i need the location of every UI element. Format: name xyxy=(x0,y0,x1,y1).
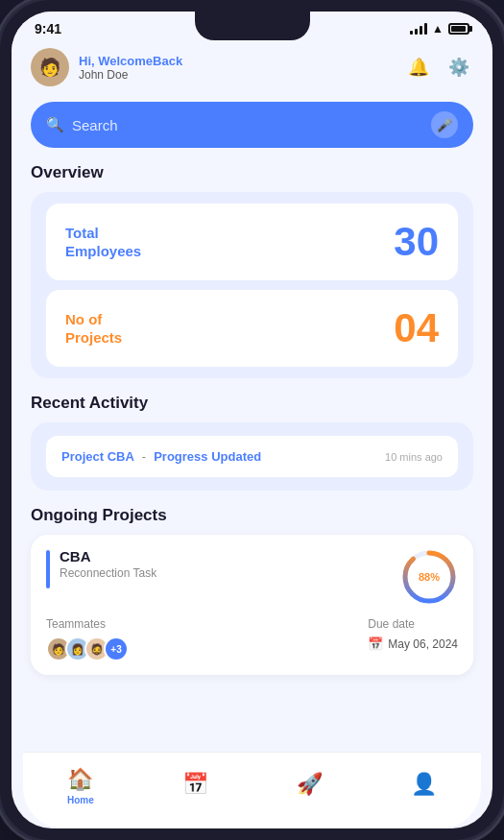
rocket-icon: 🚀 xyxy=(297,772,323,797)
mic-icon[interactable]: 🎤 xyxy=(431,111,458,138)
bottom-nav: 🏠 Home 📅 🚀 👤 xyxy=(23,752,481,828)
header-left: 🧑 Hi, WelcomeBack John Doe xyxy=(31,48,182,86)
nav-home-label: Home xyxy=(67,795,94,805)
status-time: 9:41 xyxy=(35,21,61,36)
activity-time: 10 mins ago xyxy=(385,451,443,463)
project-bar xyxy=(46,550,50,588)
project-name: CBA xyxy=(60,548,156,564)
total-projects-row: No ofProjects 04 xyxy=(46,290,458,367)
phone-screen: 9:41 ▲ 🧑 Hi, Welco xyxy=(12,12,492,828)
status-bar: 9:41 ▲ xyxy=(12,12,492,40)
header: 🧑 Hi, WelcomeBack John Doe 🔔 ⚙️ xyxy=(12,40,492,98)
header-right: 🔔 ⚙️ xyxy=(404,53,473,82)
total-employees-value: 30 xyxy=(394,219,439,265)
overview-card: TotalEmployees 30 No ofProjects 04 xyxy=(31,192,473,378)
teammates-label: Teammates xyxy=(46,617,129,631)
due-date-section: Due date 📅 May 06, 2024 xyxy=(368,617,458,651)
search-icon: 🔍 xyxy=(46,116,64,133)
notification-icon[interactable]: 🔔 xyxy=(404,53,433,82)
wifi-icon: ▲ xyxy=(432,22,444,36)
total-projects-value: 04 xyxy=(394,305,439,351)
activity-action: Progress Updated xyxy=(154,449,261,464)
battery-icon xyxy=(448,23,469,35)
search-bar[interactable]: 🔍 🎤 xyxy=(31,102,473,148)
activity-item: Project CBA - Progress Updated 10 mins a… xyxy=(46,436,458,477)
project-task: Reconnection Task xyxy=(60,566,156,580)
ongoing-projects-title: Ongoing Projects xyxy=(12,506,492,535)
total-employees-label: TotalEmployees xyxy=(65,224,141,261)
due-date-value: May 06, 2024 xyxy=(388,637,458,651)
nav-rocket[interactable]: 🚀 xyxy=(285,766,334,805)
profile-icon: 👤 xyxy=(411,772,437,797)
search-input[interactable] xyxy=(72,117,423,133)
recent-activity-card: Project CBA - Progress Updated 10 mins a… xyxy=(31,422,473,491)
overview-title: Overview xyxy=(12,163,492,192)
project-info: CBA Reconnection Task xyxy=(46,548,156,588)
activity-dash: - xyxy=(142,449,146,464)
project-meta: Teammates 🧑 👩 🧔 +3 Due date 📅 May 06, 2 xyxy=(46,617,458,661)
settings-icon[interactable]: ⚙️ xyxy=(444,53,473,82)
header-text: Hi, WelcomeBack John Doe xyxy=(79,54,182,82)
avatar[interactable]: 🧑 xyxy=(31,48,69,86)
project-details: CBA Reconnection Task xyxy=(60,548,156,580)
notch xyxy=(195,12,310,40)
project-header: CBA Reconnection Task xyxy=(46,548,458,606)
recent-activity-title: Recent Activity xyxy=(12,394,492,422)
nav-profile[interactable]: 👤 xyxy=(399,766,448,805)
scroll-content: 🧑 Hi, WelcomeBack John Doe 🔔 ⚙️ 🔍 🎤 xyxy=(12,40,492,828)
total-employees-row: TotalEmployees 30 xyxy=(46,204,458,280)
user-name: John Doe xyxy=(79,68,182,82)
nav-calendar[interactable]: 📅 xyxy=(171,766,220,805)
calendar-nav-icon: 📅 xyxy=(182,772,208,797)
due-date-label: Due date xyxy=(368,617,458,631)
teammates-section: Teammates 🧑 👩 🧔 +3 xyxy=(46,617,129,661)
home-icon: 🏠 xyxy=(67,767,93,792)
activity-project: Project CBA xyxy=(61,449,134,464)
total-projects-label: No ofProjects xyxy=(65,310,122,348)
nav-home[interactable]: 🏠 Home xyxy=(56,761,106,811)
progress-label: 88% xyxy=(419,571,440,583)
calendar-icon: 📅 xyxy=(368,636,383,651)
signal-icon xyxy=(410,23,427,35)
teammates-list: 🧑 👩 🧔 +3 xyxy=(46,636,129,661)
due-date: 📅 May 06, 2024 xyxy=(368,636,458,651)
greeting-text: Hi, WelcomeBack xyxy=(79,54,182,68)
projects-card: CBA Reconnection Task xyxy=(31,535,473,675)
status-icons: ▲ xyxy=(410,22,469,36)
progress-ring: 88% xyxy=(400,548,458,606)
teammates-more: +3 xyxy=(104,636,129,661)
phone-frame: 9:41 ▲ 🧑 Hi, Welco xyxy=(0,0,504,840)
